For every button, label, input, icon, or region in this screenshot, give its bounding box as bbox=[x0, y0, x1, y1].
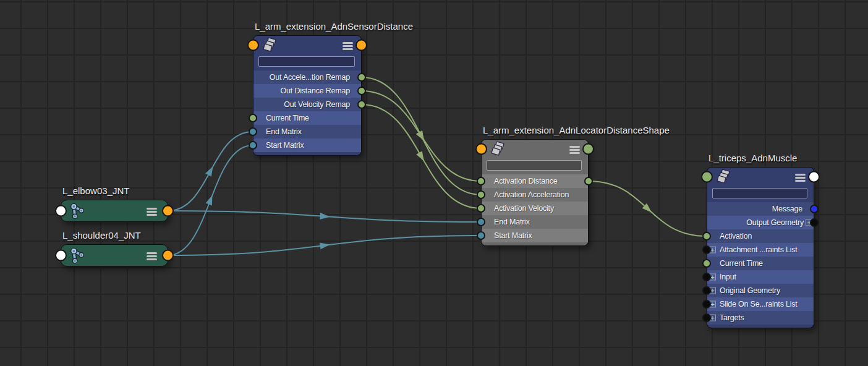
row-label: Start Matrix bbox=[253, 141, 307, 150]
attr-row-current_time[interactable]: Current Time bbox=[253, 111, 361, 125]
row-label: Current Time bbox=[253, 114, 312, 122]
menu-icon[interactable] bbox=[147, 252, 157, 263]
node-muscle[interactable]: L_triceps_AdnMuscleMessageOutput Geometr… bbox=[707, 167, 814, 328]
attr-row-targets[interactable]: Targets bbox=[707, 311, 814, 325]
menu-icon[interactable] bbox=[343, 41, 353, 53]
row-label: Out Distance Remap bbox=[278, 87, 361, 95]
attr-row-out_acceleration_remap[interactable]: Out Accele...tion Remap bbox=[253, 70, 361, 84]
attr-row-slide_on_segment_constraints_list[interactable]: Slide On Se...raints List bbox=[707, 297, 814, 311]
node-name-field[interactable] bbox=[258, 56, 355, 67]
row-label: Activation bbox=[707, 232, 754, 240]
node-sensor[interactable]: L_arm_extension_AdnSensorDistanceOut Acc… bbox=[253, 35, 362, 156]
attr-row-activation_velocity[interactable]: Activation Velocity bbox=[482, 202, 588, 215]
attr-row-end_matrix[interactable]: End Matrix bbox=[482, 215, 588, 229]
wire-arrow bbox=[320, 242, 330, 249]
node-header[interactable] bbox=[482, 140, 588, 158]
node-body bbox=[61, 244, 168, 266]
layers-icon bbox=[716, 169, 731, 187]
node-body bbox=[61, 200, 168, 222]
node-name-field-row bbox=[253, 54, 361, 70]
socket-sensor-out_distance_remap-out[interactable] bbox=[357, 87, 366, 95]
socket-muscle-slide_on_segment_constraints_list-in[interactable] bbox=[702, 300, 711, 309]
socket-shoulder-header-out[interactable] bbox=[162, 250, 174, 262]
attr-row-original_geometry[interactable]: Original Geometry bbox=[707, 284, 814, 297]
wire-arrow bbox=[205, 166, 213, 177]
layers-icon bbox=[262, 38, 278, 56]
socket-muscle-header-in[interactable] bbox=[701, 171, 713, 183]
socket-shoulder-header-in[interactable] bbox=[55, 250, 67, 262]
row-label: End Matrix bbox=[482, 218, 532, 226]
socket-muscle-current_time-in[interactable] bbox=[702, 259, 711, 268]
attr-row-current_time[interactable]: Current Time bbox=[707, 257, 814, 270]
socket-muscle-activation-in[interactable] bbox=[702, 232, 711, 240]
row-label: Activation Velocity bbox=[482, 204, 556, 213]
socket-locator-activation_acceleration-in[interactable] bbox=[477, 190, 485, 199]
node-name-field-row bbox=[707, 186, 814, 202]
socket-locator-header-in[interactable] bbox=[475, 143, 487, 155]
socket-muscle-input-in[interactable] bbox=[702, 273, 711, 281]
attr-row-output_geometry[interactable]: Output Geometry bbox=[707, 216, 814, 229]
node-header[interactable] bbox=[253, 36, 361, 54]
joint-icon bbox=[68, 202, 87, 223]
socket-locator-activation_velocity-in[interactable] bbox=[477, 204, 485, 213]
row-label: Current Time bbox=[707, 259, 765, 268]
attr-row-activation_distance[interactable]: Activation Distance bbox=[482, 174, 588, 188]
socket-muscle-targets-in[interactable] bbox=[702, 313, 711, 322]
attr-row-out_distance_remap[interactable]: Out Distance Remap bbox=[253, 84, 361, 98]
node-shoulder[interactable]: L_shoulder04_JNT bbox=[61, 244, 168, 266]
node-title: L_shoulder04_JNT bbox=[62, 230, 141, 240]
wire-arrow bbox=[206, 195, 213, 206]
socket-locator-end_matrix-in[interactable] bbox=[477, 218, 485, 226]
row-label: End Matrix bbox=[253, 127, 304, 136]
socket-muscle-original_geometry-in[interactable] bbox=[702, 286, 711, 295]
node-editor-canvas[interactable]: L_arm_extension_AdnSensorDistanceOut Acc… bbox=[0, 0, 868, 366]
socket-elbow-header-in[interactable] bbox=[55, 205, 67, 217]
row-label: Start Matrix bbox=[482, 231, 535, 240]
socket-sensor-end_matrix-in[interactable] bbox=[249, 127, 257, 136]
attr-row-activation_acceleration[interactable]: Activation Acceleration bbox=[482, 188, 588, 202]
socket-locator-activation_distance-in[interactable] bbox=[477, 177, 485, 185]
node-title: L_arm_extension_AdnLocatorDistanceShape bbox=[483, 125, 670, 135]
node-header[interactable] bbox=[61, 200, 168, 221]
attr-row-start_matrix[interactable]: Start Matrix bbox=[482, 229, 588, 242]
menu-icon[interactable] bbox=[795, 173, 806, 184]
attr-row-start_matrix[interactable]: Start Matrix bbox=[253, 138, 361, 152]
attr-row-end_matrix[interactable]: End Matrix bbox=[253, 125, 361, 138]
attr-row-message[interactable]: Message bbox=[707, 202, 814, 216]
attr-row-out_velocity_remap[interactable]: Out Velocity Remap bbox=[253, 98, 361, 111]
attr-row-activation[interactable]: Activation bbox=[707, 229, 814, 243]
socket-locator-header-out[interactable] bbox=[582, 143, 594, 155]
socket-muscle-output_geometry-out[interactable] bbox=[810, 218, 819, 227]
socket-sensor-out_acceleration_remap-out[interactable] bbox=[357, 73, 366, 82]
socket-sensor-header-out[interactable] bbox=[355, 40, 367, 51]
socket-muscle-header-out[interactable] bbox=[808, 171, 820, 183]
wire-arrow bbox=[416, 151, 424, 161]
node-title: L_elbow03_JNT bbox=[62, 185, 129, 196]
attr-row-attachment_constraints_list[interactable]: Attachment ...raints List bbox=[707, 243, 814, 257]
node-title: L_triceps_AdnMuscle bbox=[708, 153, 797, 163]
wire-arrow bbox=[416, 130, 424, 140]
socket-muscle-attachment_constraints_list-in[interactable] bbox=[702, 245, 711, 254]
node-header[interactable] bbox=[61, 245, 168, 266]
node-header[interactable] bbox=[707, 168, 814, 186]
row-label: Message bbox=[770, 205, 814, 213]
menu-icon[interactable] bbox=[569, 145, 580, 156]
node-body: Out Accele...tion RemapOut Distance Rema… bbox=[253, 35, 362, 156]
row-label: Out Velocity Remap bbox=[281, 100, 361, 109]
node-elbow[interactable]: L_elbow03_JNT bbox=[61, 200, 168, 222]
node-name-field[interactable] bbox=[712, 188, 807, 198]
socket-elbow-header-out[interactable] bbox=[162, 205, 174, 217]
socket-sensor-start_matrix-in[interactable] bbox=[249, 141, 257, 150]
node-body: Activation DistanceActivation Accelerati… bbox=[481, 139, 589, 246]
socket-sensor-header-in[interactable] bbox=[247, 40, 259, 51]
node-locator[interactable]: L_arm_extension_AdnLocatorDistanceShapeA… bbox=[481, 139, 589, 246]
socket-locator-activation_distance-out[interactable] bbox=[584, 177, 593, 185]
socket-sensor-current_time-in[interactable] bbox=[249, 114, 257, 122]
attr-row-input[interactable]: Input bbox=[707, 270, 814, 284]
menu-icon[interactable] bbox=[147, 207, 157, 218]
node-name-field[interactable] bbox=[487, 160, 582, 171]
socket-sensor-out_velocity_remap-out[interactable] bbox=[357, 100, 366, 109]
row-label: Original Geometry bbox=[707, 286, 783, 295]
socket-locator-start_matrix-in[interactable] bbox=[477, 231, 485, 240]
socket-muscle-message-out[interactable] bbox=[810, 205, 819, 213]
